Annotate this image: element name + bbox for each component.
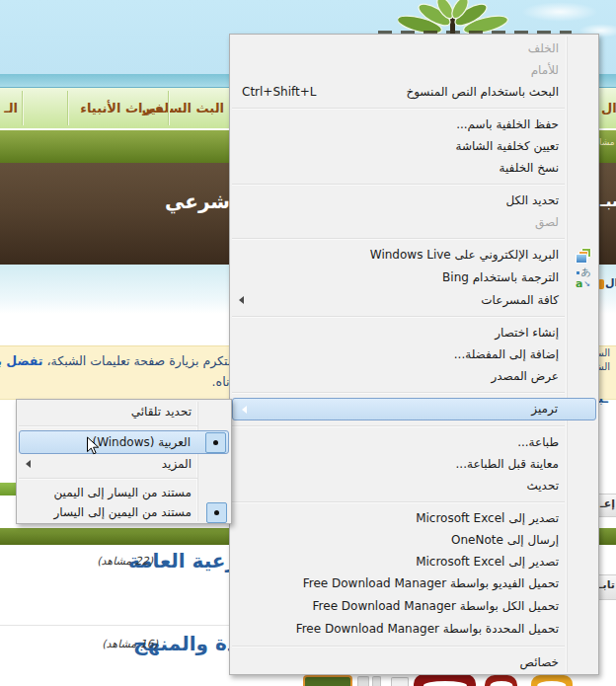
menu-item-all-accelerators[interactable]: كافة المسرعات — [230, 289, 598, 311]
partial-gray-icon[interactable] — [391, 677, 409, 686]
shortcut-label: Ctrl+Shift+L — [242, 81, 316, 103]
menu-item-paste[interactable]: لصق — [230, 211, 598, 233]
menu-item-save-background-as[interactable]: حفظ الخلفية باسم... — [230, 114, 598, 135]
menu-item-copy-background[interactable]: نسخ الخلفية — [230, 157, 598, 179]
menu-item-translate-bing[interactable]: الترجمة باستخدام Bing あa↘ — [230, 267, 598, 289]
partial-gray-icon[interactable] — [372, 676, 381, 686]
partial-red-icon[interactable] — [485, 675, 517, 686]
partial-red-icon[interactable] — [414, 674, 476, 686]
windows-live-mail-icon — [576, 248, 591, 264]
menu-item-create-shortcut[interactable]: إنشاء اختصار — [230, 322, 598, 343]
partial-green-icon[interactable] — [303, 675, 352, 686]
menu-item-add-to-favorites[interactable]: إضافة إلى المفضلة... — [230, 343, 598, 365]
cloud — [521, 2, 598, 22]
context-menu: الخلف للأمام البحث باستخدام النص المنسوخ… — [229, 34, 599, 675]
menu-item-fdm-download-all[interactable]: تحميل الكل بواسطة Free Download Manager — [230, 595, 598, 618]
menu-item-search-copied-text[interactable]: البحث باستخدام النص المنسوخCtrl+Shift+L — [230, 81, 598, 103]
notice-text: التكرم بزيارة صفحة تعليمات الشبكة، — [43, 353, 235, 368]
submenu-item-arabic-windows[interactable]: العربية (Windows) — [19, 430, 229, 454]
menu-item-fdm-download-selected[interactable]: تحميل المحددة بواسطة Free Download Manag… — [230, 618, 598, 641]
submenu-item-ltr-document[interactable]: مستند من اليسار إلى اليمين — [17, 483, 231, 502]
section-divider — [0, 625, 237, 626]
menu-item-view-source[interactable]: عرض المصدر — [230, 365, 598, 387]
cyan-strip-text[interactable]: ال — [605, 276, 616, 289]
notice-link[interactable]: تفضل بالض — [0, 353, 43, 368]
bing-translate-icon: あa↘ — [576, 270, 591, 286]
partial-orange-icon[interactable] — [531, 675, 573, 686]
banner-title-fragment-right: شبـ — [600, 191, 616, 210]
nav-item-cut-right[interactable]: ال — [601, 88, 616, 128]
menu-separator — [230, 420, 598, 431]
menu-item-send-onenote[interactable]: إرسال إلى OneNote — [230, 529, 598, 551]
partial-gray-icon[interactable] — [357, 676, 369, 686]
menu-item-properties[interactable]: خصائص — [230, 651, 598, 673]
menu-item-email-windows-live[interactable]: البريد الإلكتروني على Windows Live — [230, 244, 598, 267]
submenu-arrow-icon — [239, 296, 244, 304]
menu-item-select-all[interactable]: تحديد الكل — [230, 190, 598, 211]
menu-item-back[interactable]: الخلف — [230, 38, 598, 59]
menu-item-export-excel-2[interactable]: تصدير إلى Microsoft Excel — [230, 551, 598, 572]
section-views-2: (16 مشاهد) — [102, 638, 158, 650]
menu-separator — [230, 103, 598, 114]
green-section-bar — [0, 483, 16, 495]
nav-item-salafi-broadcast[interactable]: البث السلفي — [142, 88, 224, 128]
banner-title-fragment: شرعي — [165, 190, 230, 213]
nav-separator — [22, 91, 23, 125]
radio-selected-icon — [205, 432, 226, 453]
nav-separator — [168, 91, 169, 125]
radio-selected-icon — [206, 502, 227, 523]
mouse-cursor-icon — [86, 436, 100, 456]
notice-line1: التكرم بزيارة صفحة تعليمات الشبكة، تفضل … — [0, 353, 235, 368]
menu-item-refresh[interactable]: تحديث — [230, 475, 598, 496]
submenu-item-more[interactable]: المزيد — [17, 454, 231, 474]
menu-item-fdm-download-video[interactable]: تحميل الفيديو بواسطة Free Download Manag… — [230, 572, 598, 595]
menu-separator — [17, 421, 231, 430]
submenu-item-auto-select[interactable]: تحديد تلقائي — [17, 402, 231, 421]
menu-item-set-as-wallpaper[interactable]: تعيين كخلفية الشاشة — [230, 135, 598, 157]
menu-separator — [230, 496, 598, 507]
menu-item-encoding[interactable]: ترميز — [232, 398, 596, 420]
nav-item-cut-left[interactable]: الـ — [4, 88, 18, 128]
encoding-submenu: تحديد تلقائي العربية (Windows) المزيد مس… — [16, 399, 232, 524]
menu-item-print[interactable]: طباعة... — [230, 431, 598, 453]
nav-separator — [67, 91, 68, 125]
menu-separator — [17, 474, 231, 483]
menu-separator — [230, 233, 598, 244]
submenu-arrow-icon — [242, 406, 247, 414]
menu-separator — [230, 387, 598, 398]
menu-item-print-preview[interactable]: معاينة قبل الطباعة... — [230, 453, 598, 475]
section-views-1: (22 مشاهد) — [97, 555, 153, 568]
olive-strip-text: مشا — [599, 137, 615, 147]
submenu-arrow-icon — [26, 460, 31, 468]
menu-separator — [230, 311, 598, 322]
menu-separator — [230, 641, 598, 651]
menu-separator — [230, 179, 598, 190]
submenu-item-rtl-document[interactable]: مستند من اليمين إلى اليسار — [17, 502, 231, 522]
menu-item-export-excel-1[interactable]: تصدير إلى Microsoft Excel — [230, 507, 598, 529]
menu-item-forward[interactable]: للأمام — [230, 59, 598, 81]
